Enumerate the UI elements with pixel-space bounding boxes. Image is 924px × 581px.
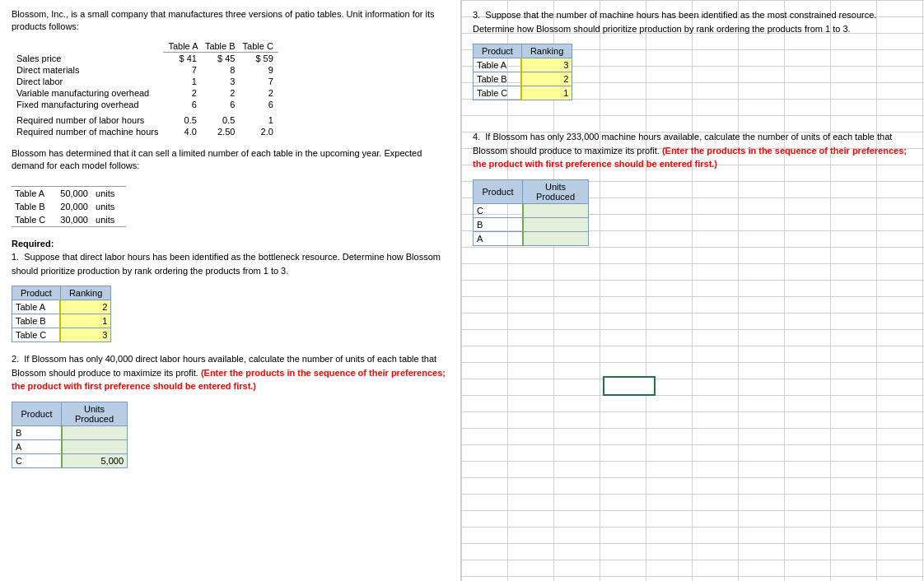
intro-text: Blossom, Inc., is a small company that m… (12, 8, 449, 34)
active-cell-indicator[interactable] (604, 378, 654, 394)
table-row: Table C 3 (12, 328, 111, 342)
q1-ranking-table: Product Ranking Table A 2 Table B 1 Tabl… (12, 286, 111, 342)
table-header: Table A Table B Table C (163, 40, 278, 53)
table-row: A (12, 439, 128, 453)
q3-col-ranking: Ranking (521, 44, 572, 58)
table-row: B (12, 425, 128, 439)
q3-text: Suppose that the number of machine hours… (473, 10, 876, 34)
table-row: C (474, 203, 589, 217)
required-section: Required: 1. Suppose that direct labor h… (12, 237, 449, 278)
q2-section: 2. If Blossom has only 40,000 direct lab… (12, 352, 449, 393)
q1-text: 1. Suppose that direct labor hours has b… (12, 250, 449, 277)
q4-a-input[interactable] (527, 234, 586, 244)
q4-number: 4. (473, 132, 485, 142)
q3-section: 3. Suppose that the number of machine ho… (473, 8, 912, 35)
q3-number: 3. (473, 10, 485, 20)
q1-col-ranking: Ranking (60, 286, 110, 300)
q4-col-units: Units Produced (523, 179, 589, 203)
q4-b-input[interactable] (527, 220, 586, 230)
info-table: Table A Table B Table C Sales price $ 41… (12, 40, 278, 137)
demand-section: Blossom has determined that it can sell … (12, 147, 449, 227)
q4-units-table: Product Units Produced C B A (473, 179, 589, 246)
table-row: B (474, 217, 589, 231)
q4-c-input[interactable] (527, 206, 586, 216)
table-row: Table B 1 (12, 314, 111, 328)
table-row: A (474, 231, 589, 245)
table-row: Table C 1 (474, 86, 572, 100)
q4-col-product: Product (474, 179, 523, 203)
table-row: Table A 2 (12, 300, 111, 314)
q2-a-input[interactable] (66, 442, 124, 452)
q4-section: 4. If Blossom has only 233,000 machine h… (473, 130, 912, 171)
q2-b-input[interactable] (66, 428, 124, 438)
table-row: Table B 2 (474, 72, 572, 86)
row-sales-price: Sales price (12, 52, 163, 64)
demand-intro: Blossom has determined that it can sell … (12, 147, 449, 173)
q2-units-table: Product Units Produced B A C 5,000 (12, 402, 128, 468)
table-row: C 5,000 (12, 453, 128, 467)
q2-col-units: Units Produced (62, 402, 128, 425)
q2-col-product: Product (12, 402, 62, 425)
q1-col-product: Product (12, 286, 61, 300)
demand-table: Table A 50,000 units Table B 20,000 unit… (12, 186, 126, 227)
table-row: Table A 3 (474, 58, 572, 72)
q3-ranking-table: Product Ranking Table A 3 Table B 2 Tabl… (473, 44, 572, 100)
required-label: Required: (12, 239, 54, 249)
q3-col-product: Product (474, 44, 522, 58)
